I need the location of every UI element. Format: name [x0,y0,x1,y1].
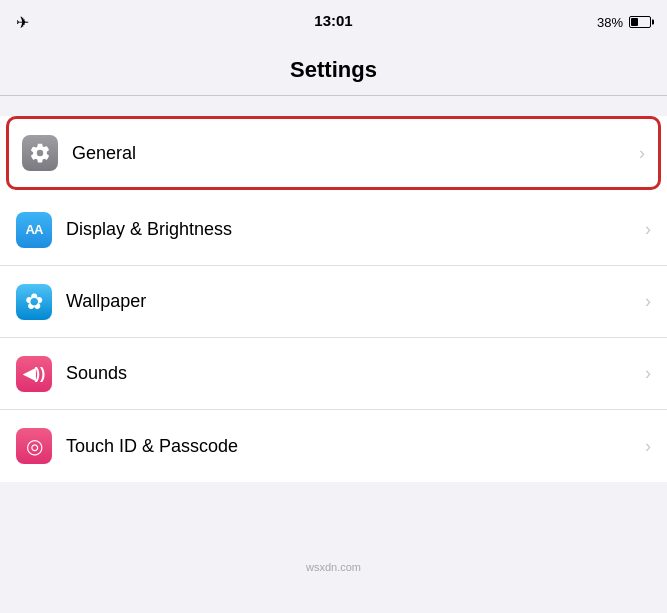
fingerprint-icon: ◎ [26,434,43,458]
status-time: 13:01 [314,12,352,29]
chevron-general: › [639,143,645,164]
chevron-display: › [645,219,651,240]
nav-title: Settings [290,57,377,83]
battery-fill [631,18,638,26]
aa-icon: AA [26,222,43,237]
watermark: wsxdn.com [306,561,361,573]
settings-item-general[interactable]: General › [6,116,661,190]
app-icon-general [22,135,58,171]
item-label-touchid: Touch ID & Passcode [66,436,645,457]
battery-container [629,16,651,28]
chevron-touchid: › [645,436,651,457]
airplane-icon: ✈ [16,13,29,32]
app-icon-display: AA [16,212,52,248]
chevron-wallpaper: › [645,291,651,312]
item-label-general: General [72,143,639,164]
item-label-display: Display & Brightness [66,219,645,240]
battery-icon [629,16,651,28]
settings-item-display[interactable]: AA Display & Brightness › [0,194,667,266]
status-right: 38% [597,15,651,30]
settings-list: General › AA Display & Brightness › ✿ Wa… [0,116,667,482]
status-left: ✈ [16,13,29,32]
gear-icon [29,142,51,164]
sound-icon: ◀)) [23,364,46,383]
settings-item-sounds[interactable]: ◀)) Sounds › [0,338,667,410]
battery-percent: 38% [597,15,623,30]
app-icon-touchid: ◎ [16,428,52,464]
app-icon-sounds: ◀)) [16,356,52,392]
app-icon-wallpaper: ✿ [16,284,52,320]
settings-item-touchid[interactable]: ◎ Touch ID & Passcode › [0,410,667,482]
item-label-sounds: Sounds [66,363,645,384]
item-label-wallpaper: Wallpaper [66,291,645,312]
settings-item-wallpaper[interactable]: ✿ Wallpaper › [0,266,667,338]
flower-icon: ✿ [25,289,43,315]
status-bar: ✈ 13:01 38% [0,0,667,44]
chevron-sounds: › [645,363,651,384]
nav-bar: Settings [0,44,667,96]
